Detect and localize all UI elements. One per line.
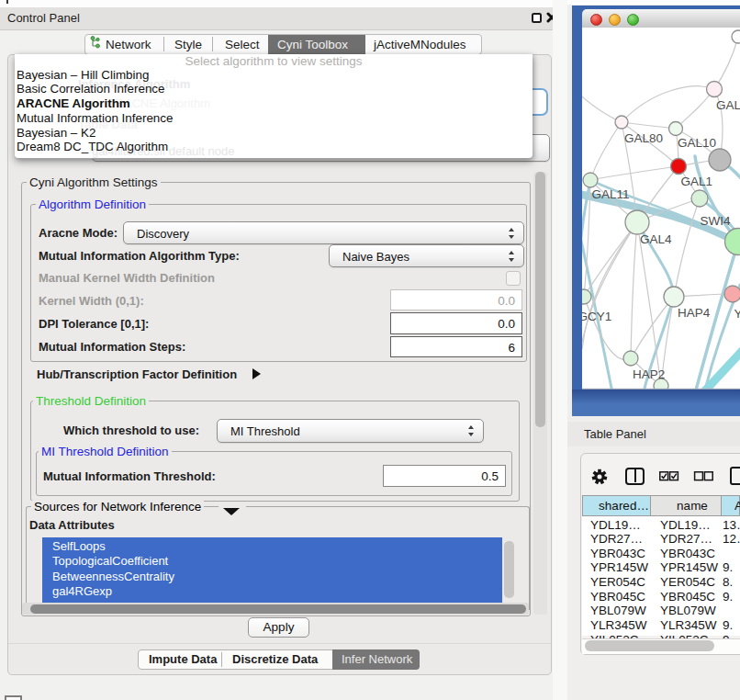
svg-text:GAL1: GAL1 [681, 175, 713, 188]
svg-text:HAP4: HAP4 [678, 306, 711, 320]
svg-text:GAL10: GAL10 [678, 136, 716, 150]
svg-text:HAP2: HAP2 [633, 367, 665, 381]
svg-text:GAL11: GAL11 [592, 187, 630, 201]
svg-text:Y: Y [734, 307, 740, 321]
svg-text:GAL80: GAL80 [624, 131, 663, 145]
svg-text:SWI4: SWI4 [701, 214, 731, 228]
svg-text:GAL4: GAL4 [640, 232, 672, 246]
svg-text:GAL…: GAL… [716, 98, 740, 112]
svg-text:GCY1: GCY1 [582, 310, 611, 323]
